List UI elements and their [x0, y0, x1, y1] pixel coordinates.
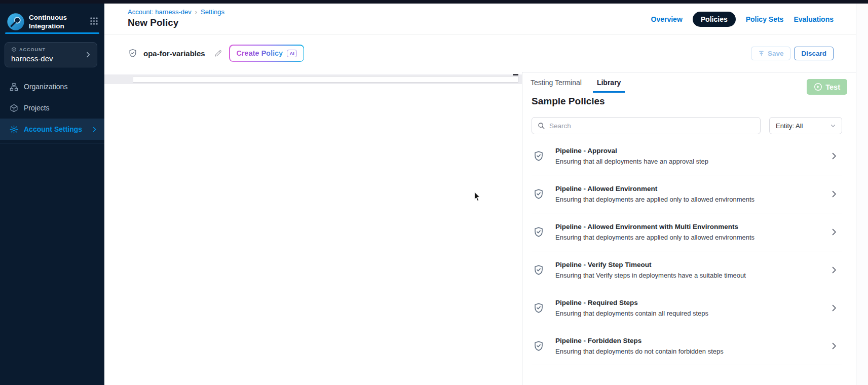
policy-nav-tabs: Overview Policies Policy Sets Evaluation… — [651, 4, 834, 34]
policy-description: Ensuring that deployments contain all re… — [555, 310, 829, 317]
chevron-right-icon — [84, 51, 92, 59]
policy-description: Ensuring that all deployments have an ap… — [555, 158, 829, 165]
editor-cursor-line-box — [133, 76, 518, 83]
sidebar-accent-rule — [5, 32, 99, 34]
policy-description: Ensuring that Verify steps in deployment… — [555, 272, 829, 279]
chevron-right-icon — [829, 341, 839, 351]
product-name: Continuous Integration — [29, 14, 67, 31]
discard-button[interactable]: Discard — [794, 47, 834, 60]
tab-overview[interactable]: Overview — [651, 15, 683, 23]
breadcrumb-account-link[interactable]: Account: harness-dev — [128, 8, 192, 16]
account-cube-icon — [11, 47, 17, 52]
chevron-right-icon — [91, 126, 98, 133]
ai-badge: AI — [287, 50, 297, 57]
search-box — [532, 117, 761, 134]
policy-text: Pipeline - Approval Ensuring that all de… — [555, 147, 829, 165]
policy-text: Pipeline - Verify Step Timeout Ensuring … — [555, 261, 829, 279]
search-input[interactable] — [532, 117, 761, 134]
gear-icon — [9, 125, 19, 134]
account-name: harness-dev — [11, 54, 53, 63]
editor-current-line — [104, 74, 522, 84]
tab-testing-terminal[interactable]: Testing Terminal — [526, 72, 586, 93]
policy-text: Pipeline - Forbidden Steps Ensuring that… — [555, 337, 829, 355]
sidebar-nav: Organizations Projects Account Settin — [0, 76, 104, 143]
save-button[interactable]: Save — [751, 47, 791, 60]
sidebar-item-organizations[interactable]: Organizations — [0, 76, 104, 97]
policy-code-editor[interactable]: 1 — [104, 72, 522, 385]
policy-title: Pipeline - Required Steps — [555, 299, 829, 306]
policy-list-item[interactable]: Pipeline - Required Steps Ensuring that … — [532, 289, 842, 327]
shield-check-icon — [533, 340, 545, 352]
chevron-right-icon — [829, 151, 839, 161]
sample-policies-heading: Sample Policies — [532, 96, 605, 107]
cube-icon — [9, 103, 19, 113]
app-root: Continuous Integration ACCOUNT — [0, 0, 868, 385]
library-panel: Testing Terminal Library Test Sample Pol… — [522, 72, 856, 385]
shield-check-icon — [128, 48, 138, 58]
policy-text: Pipeline - Required Steps Ensuring that … — [555, 299, 829, 317]
upload-icon — [758, 50, 765, 57]
shield-check-icon — [533, 188, 545, 200]
policy-title: Pipeline - Approval — [555, 147, 829, 155]
window-top-strip — [0, 0, 868, 4]
policy-title: Pipeline - Allowed Environment with Mult… — [555, 223, 829, 230]
shield-check-icon — [533, 302, 545, 314]
policy-list-item[interactable]: Pipeline - Allowed Environment Ensuring … — [532, 175, 842, 213]
tab-evaluations[interactable]: Evaluations — [794, 15, 834, 23]
policy-description: Ensuring that deployments are applied on… — [555, 234, 829, 241]
chevron-right-icon — [829, 303, 839, 313]
org-chart-icon — [9, 82, 19, 92]
breadcrumb: Account: harness-dev › Settings — [128, 8, 224, 16]
module-grid-icon[interactable] — [90, 17, 98, 25]
shield-check-icon — [533, 226, 545, 238]
policy-text: Pipeline - Allowed Environment with Mult… — [555, 223, 829, 241]
page-header: Account: harness-dev › Settings New Poli… — [104, 4, 856, 34]
policy-list-item[interactable]: Pipeline - Allowed Environment with Mult… — [532, 213, 842, 251]
create-policy-button[interactable]: Create Policy AI — [229, 45, 304, 62]
edit-pencil-icon[interactable] — [214, 49, 223, 58]
account-label: ACCOUNT — [19, 47, 46, 52]
shield-check-icon — [533, 150, 545, 162]
chevron-right-icon — [829, 265, 839, 275]
sidebar-item-label: Organizations — [24, 83, 67, 91]
policy-title: Pipeline - Verify Step Timeout — [555, 261, 829, 268]
chevron-right-icon — [829, 189, 839, 199]
policy-toolbar: opa-for-variables Create Policy AI Save … — [104, 34, 856, 72]
sidebar-item-projects[interactable]: Projects — [0, 97, 104, 119]
policy-title: Pipeline - Forbidden Steps — [555, 337, 829, 344]
tab-library[interactable]: Library — [593, 72, 625, 93]
policy-text: Pipeline - Allowed Environment Ensuring … — [555, 185, 829, 203]
test-button[interactable]: Test — [807, 79, 847, 95]
policy-list-item[interactable]: Pipeline - Verify Step Timeout Ensuring … — [532, 251, 842, 289]
create-policy-label: Create Policy — [237, 49, 283, 57]
sidebar-item-label: Projects — [24, 104, 50, 112]
shield-check-icon — [533, 264, 545, 276]
page-scrollbar-gutter[interactable] — [856, 4, 868, 385]
page-title: New Policy — [128, 17, 178, 28]
policy-list: Pipeline - Approval Ensuring that all de… — [532, 137, 842, 385]
overview-ruler-mark — [513, 74, 518, 75]
policy-name-group: opa-for-variables — [128, 34, 223, 72]
play-circle-icon — [814, 83, 822, 91]
policy-list-item[interactable]: Pipeline - Approval Ensuring that all de… — [532, 137, 842, 175]
breadcrumb-separator: › — [195, 8, 197, 16]
policy-list-item[interactable]: Pipeline - Forbidden Steps Ensuring that… — [532, 327, 842, 365]
sidebar-item-label: Account Settings — [24, 125, 82, 133]
search-icon — [537, 122, 545, 130]
account-selector[interactable]: ACCOUNT harness-dev — [5, 42, 97, 67]
library-controls: Entity: All — [532, 117, 842, 134]
entity-filter-dropdown[interactable]: Entity: All — [769, 117, 842, 134]
tab-policies[interactable]: Policies — [693, 12, 736, 27]
harness-logo[interactable] — [7, 13, 25, 31]
policy-description: Ensuring that deployments do not contain… — [555, 348, 829, 355]
policy-description: Ensuring that deployments are applied on… — [555, 196, 829, 203]
toolbar-actions: Save Discard — [751, 47, 834, 60]
chevron-down-icon — [829, 122, 837, 129]
sidebar-header: Continuous Integration — [0, 11, 104, 35]
tab-policy-sets[interactable]: Policy Sets — [746, 15, 784, 23]
sidebar: Continuous Integration ACCOUNT — [0, 4, 104, 385]
policy-title: Pipeline - Allowed Environment — [555, 185, 829, 192]
sidebar-item-account-settings[interactable]: Account Settings — [0, 119, 104, 140]
chevron-right-icon — [829, 227, 839, 237]
breadcrumb-settings-link[interactable]: Settings — [201, 8, 224, 16]
